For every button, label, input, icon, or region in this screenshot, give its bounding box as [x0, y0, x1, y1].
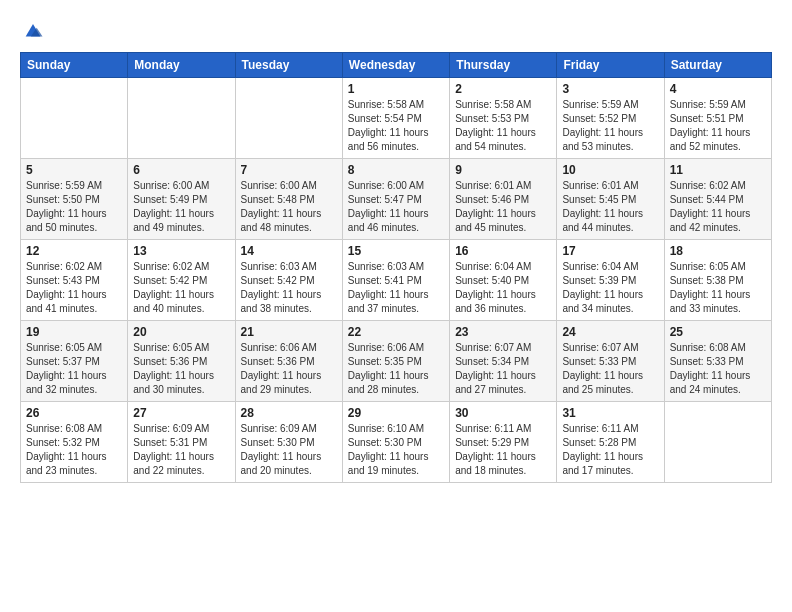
day-info: Sunrise: 6:03 AM Sunset: 5:41 PM Dayligh… — [348, 260, 444, 316]
day-info: Sunrise: 6:08 AM Sunset: 5:33 PM Dayligh… — [670, 341, 766, 397]
weekday-header-monday: Monday — [128, 53, 235, 78]
day-info: Sunrise: 6:06 AM Sunset: 5:36 PM Dayligh… — [241, 341, 337, 397]
day-cell — [128, 78, 235, 159]
day-info: Sunrise: 6:11 AM Sunset: 5:29 PM Dayligh… — [455, 422, 551, 478]
day-number: 26 — [26, 406, 122, 420]
day-cell: 8Sunrise: 6:00 AM Sunset: 5:47 PM Daylig… — [342, 159, 449, 240]
day-info: Sunrise: 6:02 AM Sunset: 5:43 PM Dayligh… — [26, 260, 122, 316]
day-info: Sunrise: 6:03 AM Sunset: 5:42 PM Dayligh… — [241, 260, 337, 316]
day-cell: 16Sunrise: 6:04 AM Sunset: 5:40 PM Dayli… — [450, 240, 557, 321]
weekday-header-sunday: Sunday — [21, 53, 128, 78]
day-number: 25 — [670, 325, 766, 339]
day-cell: 26Sunrise: 6:08 AM Sunset: 5:32 PM Dayli… — [21, 402, 128, 483]
week-row-1: 1Sunrise: 5:58 AM Sunset: 5:54 PM Daylig… — [21, 78, 772, 159]
day-cell: 15Sunrise: 6:03 AM Sunset: 5:41 PM Dayli… — [342, 240, 449, 321]
day-cell: 1Sunrise: 5:58 AM Sunset: 5:54 PM Daylig… — [342, 78, 449, 159]
day-cell: 4Sunrise: 5:59 AM Sunset: 5:51 PM Daylig… — [664, 78, 771, 159]
day-number: 16 — [455, 244, 551, 258]
day-cell: 27Sunrise: 6:09 AM Sunset: 5:31 PM Dayli… — [128, 402, 235, 483]
page: SundayMondayTuesdayWednesdayThursdayFrid… — [0, 0, 792, 493]
day-info: Sunrise: 6:00 AM Sunset: 5:47 PM Dayligh… — [348, 179, 444, 235]
day-cell: 21Sunrise: 6:06 AM Sunset: 5:36 PM Dayli… — [235, 321, 342, 402]
day-number: 3 — [562, 82, 658, 96]
day-number: 29 — [348, 406, 444, 420]
day-number: 17 — [562, 244, 658, 258]
weekday-header-thursday: Thursday — [450, 53, 557, 78]
day-info: Sunrise: 6:01 AM Sunset: 5:46 PM Dayligh… — [455, 179, 551, 235]
day-info: Sunrise: 6:10 AM Sunset: 5:30 PM Dayligh… — [348, 422, 444, 478]
day-info: Sunrise: 6:09 AM Sunset: 5:30 PM Dayligh… — [241, 422, 337, 478]
day-number: 1 — [348, 82, 444, 96]
calendar-table: SundayMondayTuesdayWednesdayThursdayFrid… — [20, 52, 772, 483]
day-cell: 6Sunrise: 6:00 AM Sunset: 5:49 PM Daylig… — [128, 159, 235, 240]
week-row-4: 19Sunrise: 6:05 AM Sunset: 5:37 PM Dayli… — [21, 321, 772, 402]
day-cell: 25Sunrise: 6:08 AM Sunset: 5:33 PM Dayli… — [664, 321, 771, 402]
day-info: Sunrise: 6:02 AM Sunset: 5:42 PM Dayligh… — [133, 260, 229, 316]
day-number: 5 — [26, 163, 122, 177]
day-number: 15 — [348, 244, 444, 258]
day-info: Sunrise: 6:01 AM Sunset: 5:45 PM Dayligh… — [562, 179, 658, 235]
day-info: Sunrise: 6:09 AM Sunset: 5:31 PM Dayligh… — [133, 422, 229, 478]
day-number: 10 — [562, 163, 658, 177]
day-number: 18 — [670, 244, 766, 258]
day-info: Sunrise: 6:05 AM Sunset: 5:37 PM Dayligh… — [26, 341, 122, 397]
day-number: 13 — [133, 244, 229, 258]
week-row-2: 5Sunrise: 5:59 AM Sunset: 5:50 PM Daylig… — [21, 159, 772, 240]
day-number: 21 — [241, 325, 337, 339]
day-number: 14 — [241, 244, 337, 258]
day-cell: 14Sunrise: 6:03 AM Sunset: 5:42 PM Dayli… — [235, 240, 342, 321]
day-cell: 10Sunrise: 6:01 AM Sunset: 5:45 PM Dayli… — [557, 159, 664, 240]
day-number: 8 — [348, 163, 444, 177]
weekday-header-friday: Friday — [557, 53, 664, 78]
day-info: Sunrise: 6:07 AM Sunset: 5:33 PM Dayligh… — [562, 341, 658, 397]
day-info: Sunrise: 6:00 AM Sunset: 5:49 PM Dayligh… — [133, 179, 229, 235]
day-number: 24 — [562, 325, 658, 339]
header — [20, 20, 772, 42]
day-cell — [235, 78, 342, 159]
day-number: 6 — [133, 163, 229, 177]
day-cell: 28Sunrise: 6:09 AM Sunset: 5:30 PM Dayli… — [235, 402, 342, 483]
day-info: Sunrise: 6:11 AM Sunset: 5:28 PM Dayligh… — [562, 422, 658, 478]
day-info: Sunrise: 6:07 AM Sunset: 5:34 PM Dayligh… — [455, 341, 551, 397]
day-info: Sunrise: 5:58 AM Sunset: 5:54 PM Dayligh… — [348, 98, 444, 154]
day-info: Sunrise: 6:06 AM Sunset: 5:35 PM Dayligh… — [348, 341, 444, 397]
logo — [20, 20, 44, 42]
day-cell: 11Sunrise: 6:02 AM Sunset: 5:44 PM Dayli… — [664, 159, 771, 240]
day-cell: 31Sunrise: 6:11 AM Sunset: 5:28 PM Dayli… — [557, 402, 664, 483]
day-number: 12 — [26, 244, 122, 258]
weekday-header-saturday: Saturday — [664, 53, 771, 78]
day-cell: 2Sunrise: 5:58 AM Sunset: 5:53 PM Daylig… — [450, 78, 557, 159]
day-cell: 23Sunrise: 6:07 AM Sunset: 5:34 PM Dayli… — [450, 321, 557, 402]
day-cell: 18Sunrise: 6:05 AM Sunset: 5:38 PM Dayli… — [664, 240, 771, 321]
day-cell: 20Sunrise: 6:05 AM Sunset: 5:36 PM Dayli… — [128, 321, 235, 402]
day-cell: 19Sunrise: 6:05 AM Sunset: 5:37 PM Dayli… — [21, 321, 128, 402]
day-info: Sunrise: 6:02 AM Sunset: 5:44 PM Dayligh… — [670, 179, 766, 235]
day-number: 31 — [562, 406, 658, 420]
day-cell: 12Sunrise: 6:02 AM Sunset: 5:43 PM Dayli… — [21, 240, 128, 321]
day-cell: 13Sunrise: 6:02 AM Sunset: 5:42 PM Dayli… — [128, 240, 235, 321]
weekday-header-wednesday: Wednesday — [342, 53, 449, 78]
day-info: Sunrise: 6:05 AM Sunset: 5:36 PM Dayligh… — [133, 341, 229, 397]
logo-icon — [22, 20, 44, 42]
day-cell: 5Sunrise: 5:59 AM Sunset: 5:50 PM Daylig… — [21, 159, 128, 240]
day-number: 19 — [26, 325, 122, 339]
day-number: 7 — [241, 163, 337, 177]
day-number: 27 — [133, 406, 229, 420]
day-cell — [664, 402, 771, 483]
day-cell: 7Sunrise: 6:00 AM Sunset: 5:48 PM Daylig… — [235, 159, 342, 240]
day-info: Sunrise: 6:04 AM Sunset: 5:40 PM Dayligh… — [455, 260, 551, 316]
day-info: Sunrise: 5:58 AM Sunset: 5:53 PM Dayligh… — [455, 98, 551, 154]
day-cell: 9Sunrise: 6:01 AM Sunset: 5:46 PM Daylig… — [450, 159, 557, 240]
day-number: 23 — [455, 325, 551, 339]
week-row-3: 12Sunrise: 6:02 AM Sunset: 5:43 PM Dayli… — [21, 240, 772, 321]
day-info: Sunrise: 5:59 AM Sunset: 5:51 PM Dayligh… — [670, 98, 766, 154]
day-info: Sunrise: 5:59 AM Sunset: 5:50 PM Dayligh… — [26, 179, 122, 235]
day-number: 28 — [241, 406, 337, 420]
day-number: 9 — [455, 163, 551, 177]
day-info: Sunrise: 6:00 AM Sunset: 5:48 PM Dayligh… — [241, 179, 337, 235]
weekday-header-tuesday: Tuesday — [235, 53, 342, 78]
day-cell: 22Sunrise: 6:06 AM Sunset: 5:35 PM Dayli… — [342, 321, 449, 402]
day-number: 4 — [670, 82, 766, 96]
day-cell — [21, 78, 128, 159]
day-cell: 3Sunrise: 5:59 AM Sunset: 5:52 PM Daylig… — [557, 78, 664, 159]
